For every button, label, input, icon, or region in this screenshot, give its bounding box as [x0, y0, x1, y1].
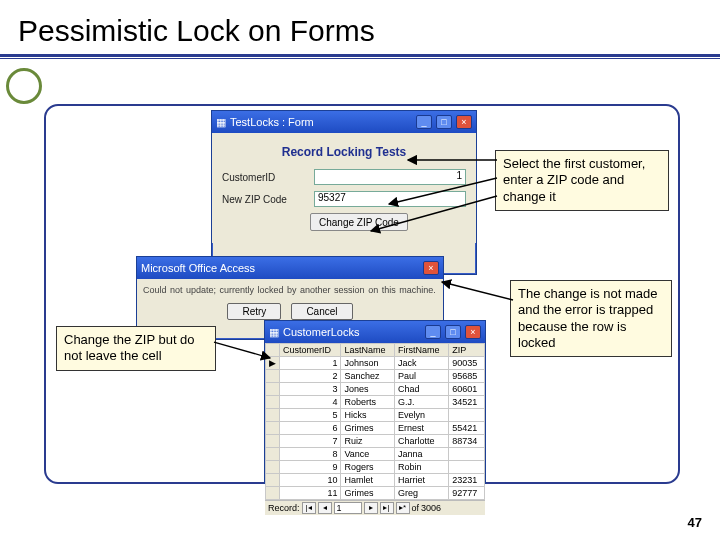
cell-zip[interactable] — [449, 448, 485, 461]
row-selector[interactable] — [266, 435, 280, 448]
cell-lastname[interactable]: Grimes — [341, 422, 395, 435]
cell-customerid[interactable]: 9 — [280, 461, 341, 474]
cell-zip[interactable]: 55421 — [449, 422, 485, 435]
maximize-button[interactable]: □ — [436, 115, 452, 129]
cell-customerid[interactable]: 7 — [280, 435, 341, 448]
close-button[interactable]: × — [456, 115, 472, 129]
ds-minimize-button[interactable]: _ — [425, 325, 441, 339]
row-selector-header[interactable] — [266, 344, 280, 357]
nav-new-button[interactable]: ▸* — [396, 502, 410, 514]
cell-customerid[interactable]: 1 — [280, 357, 341, 370]
nav-prev-button[interactable]: ◂ — [318, 502, 332, 514]
cell-customerid[interactable]: 6 — [280, 422, 341, 435]
nav-position-input[interactable] — [334, 502, 362, 514]
row-selector[interactable] — [266, 383, 280, 396]
customerlocks-datasheet: ▦ CustomerLocks _ □ × CustomerID LastNam… — [264, 320, 486, 484]
cell-zip[interactable]: 60601 — [449, 383, 485, 396]
cell-customerid[interactable]: 3 — [280, 383, 341, 396]
table-row[interactable]: 10HamletHarriet23231 — [266, 474, 485, 487]
table-row[interactable]: 7RuizCharlotte88734 — [266, 435, 485, 448]
cell-zip[interactable]: 90035 — [449, 357, 485, 370]
cell-lastname[interactable]: Johnson — [341, 357, 395, 370]
datasheet-titlebar[interactable]: ▦ CustomerLocks _ □ × — [265, 321, 485, 343]
cell-lastname[interactable]: Vance — [341, 448, 395, 461]
nav-next-button[interactable]: ▸ — [364, 502, 378, 514]
cell-lastname[interactable]: Hicks — [341, 409, 395, 422]
table-row[interactable]: 11GrimesGreg92777 — [266, 487, 485, 500]
col-zip[interactable]: ZIP — [449, 344, 485, 357]
nav-last-button[interactable]: ▸| — [380, 502, 394, 514]
ds-close-button[interactable]: × — [465, 325, 481, 339]
cell-lastname[interactable]: Hamlet — [341, 474, 395, 487]
label-customerid: CustomerID — [222, 172, 306, 183]
cell-lastname[interactable]: Roberts — [341, 396, 395, 409]
cell-lastname[interactable]: Grimes — [341, 487, 395, 500]
row-selector[interactable]: ▶ — [266, 357, 280, 370]
cell-zip[interactable]: 95685 — [449, 370, 485, 383]
cell-customerid[interactable]: 10 — [280, 474, 341, 487]
template-bullet-circle — [6, 68, 42, 104]
dialog-titlebar[interactable]: Microsoft Office Access × — [137, 257, 443, 279]
change-zip-button[interactable]: Change ZIP Code — [310, 213, 408, 231]
row-selector[interactable] — [266, 409, 280, 422]
cell-customerid[interactable]: 2 — [280, 370, 341, 383]
input-newzip[interactable]: 95327 — [314, 191, 466, 207]
ds-maximize-button[interactable]: □ — [445, 325, 461, 339]
cell-zip[interactable] — [449, 461, 485, 474]
form-titlebar[interactable]: ▦ TestLocks : Form _ □ × — [212, 111, 476, 133]
dialog-message: Could not update; currently locked by an… — [143, 285, 437, 295]
row-selector[interactable] — [266, 370, 280, 383]
table-row[interactable]: 8VanceJanna — [266, 448, 485, 461]
cell-customerid[interactable]: 4 — [280, 396, 341, 409]
col-lastname[interactable]: LastName — [341, 344, 395, 357]
row-selector[interactable] — [266, 422, 280, 435]
row-selector[interactable] — [266, 474, 280, 487]
input-customerid[interactable]: 1 — [314, 169, 466, 185]
cell-firstname[interactable]: Jack — [395, 357, 449, 370]
cell-customerid[interactable]: 11 — [280, 487, 341, 500]
table-row[interactable]: 3JonesChad60601 — [266, 383, 485, 396]
callout-select-customer: Select the first customer, enter a ZIP c… — [495, 150, 669, 211]
cell-zip[interactable] — [449, 409, 485, 422]
cell-firstname[interactable]: Janna — [395, 448, 449, 461]
datasheet-grid[interactable]: CustomerID LastName FirstName ZIP ▶1John… — [265, 343, 485, 500]
row-selector[interactable] — [266, 461, 280, 474]
cell-lastname[interactable]: Ruiz — [341, 435, 395, 448]
cell-zip[interactable]: 34521 — [449, 396, 485, 409]
col-customerid[interactable]: CustomerID — [280, 344, 341, 357]
col-firstname[interactable]: FirstName — [395, 344, 449, 357]
table-row[interactable]: 4RobertsG.J.34521 — [266, 396, 485, 409]
cell-lastname[interactable]: Sanchez — [341, 370, 395, 383]
row-selector[interactable] — [266, 487, 280, 500]
retry-button[interactable]: Retry — [227, 303, 281, 320]
minimize-button[interactable]: _ — [416, 115, 432, 129]
cell-firstname[interactable]: Greg — [395, 487, 449, 500]
cell-firstname[interactable]: Harriet — [395, 474, 449, 487]
table-row[interactable]: 2SanchezPaul95685 — [266, 370, 485, 383]
cell-customerid[interactable]: 8 — [280, 448, 341, 461]
table-row[interactable]: 6GrimesErnest55421 — [266, 422, 485, 435]
cell-lastname[interactable]: Jones — [341, 383, 395, 396]
cell-lastname[interactable]: Rogers — [341, 461, 395, 474]
cell-firstname[interactable]: G.J. — [395, 396, 449, 409]
cell-firstname[interactable]: Ernest — [395, 422, 449, 435]
cell-customerid[interactable]: 5 — [280, 409, 341, 422]
cell-firstname[interactable]: Paul — [395, 370, 449, 383]
label-newzip: New ZIP Code — [222, 194, 306, 205]
row-selector[interactable] — [266, 448, 280, 461]
cell-zip[interactable]: 23231 — [449, 474, 485, 487]
row-selector[interactable] — [266, 396, 280, 409]
table-row[interactable]: ▶1JohnsonJack90035 — [266, 357, 485, 370]
cancel-button[interactable]: Cancel — [291, 303, 352, 320]
dialog-close-button[interactable]: × — [423, 261, 439, 275]
cell-zip[interactable]: 92777 — [449, 487, 485, 500]
table-row[interactable]: 5HicksEvelyn — [266, 409, 485, 422]
table-row[interactable]: 9RogersRobin — [266, 461, 485, 474]
cell-firstname[interactable]: Chad — [395, 383, 449, 396]
cell-zip[interactable]: 88734 — [449, 435, 485, 448]
cell-firstname[interactable]: Charlotte — [395, 435, 449, 448]
callout-row-locked: The change is not made and the error is … — [510, 280, 672, 357]
cell-firstname[interactable]: Evelyn — [395, 409, 449, 422]
nav-first-button[interactable]: |◂ — [302, 502, 316, 514]
cell-firstname[interactable]: Robin — [395, 461, 449, 474]
